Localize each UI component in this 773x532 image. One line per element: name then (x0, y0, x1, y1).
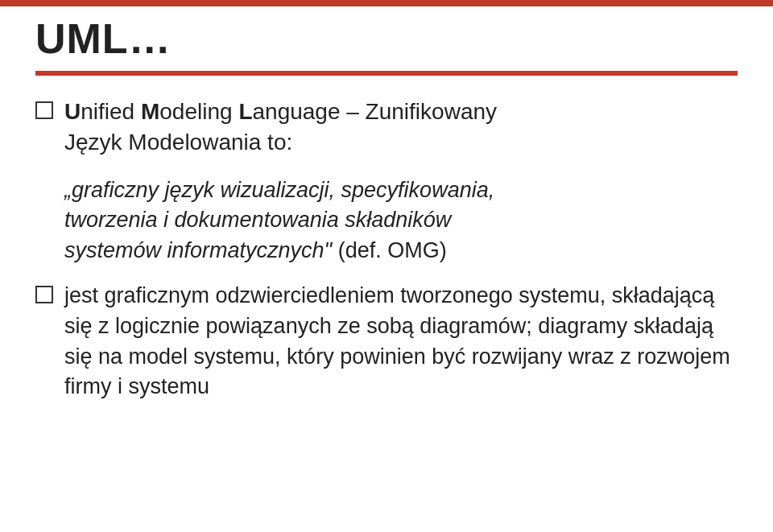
content-area: Unified Modeling Language – Zunifikowany… (35, 97, 738, 508)
slide-title: UML… (35, 14, 738, 63)
bullet-item-1: Unified Modeling Language – Zunifikowany… (35, 97, 738, 158)
bullet-text-1: Unified Modeling Language – Zunifikowany… (64, 97, 497, 158)
bullet-icon-1 (35, 101, 53, 119)
title-area: UML… (35, 14, 738, 76)
quote-block: „graficzny język wizualizacji, specyfiko… (64, 175, 738, 266)
bullet-icon-2 (35, 286, 53, 303)
slide: UML… Unified Modeling Language – Zunifik… (0, 0, 773, 532)
quote-source: (def. OMG) (338, 238, 447, 262)
quote-text: „graficzny język wizualizacji, specyfiko… (64, 175, 738, 266)
bullet-item-2: jest graficznym odzwierciedleniem tworzo… (35, 281, 738, 402)
title-rule (35, 71, 738, 76)
top-accent-bar (0, 0, 773, 6)
letter-u: U (64, 99, 81, 124)
letter-m: M (141, 99, 159, 124)
letter-l: L (238, 99, 252, 124)
bullet-text-2: jest graficznym odzwierciedleniem tworzo… (64, 281, 738, 402)
